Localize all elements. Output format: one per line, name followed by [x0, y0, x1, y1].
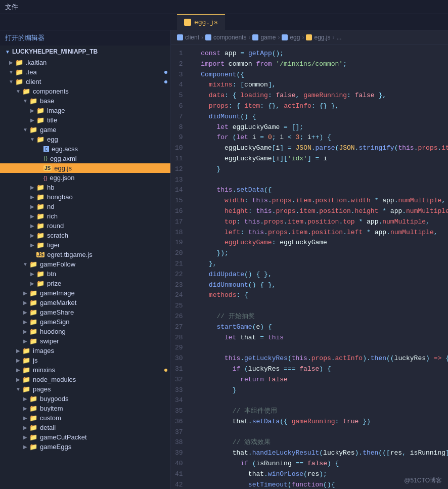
tree-item-rich[interactable]: ▶📁rich: [0, 211, 170, 221]
line-number-2: 2: [175, 59, 183, 70]
tree-label: detail: [40, 424, 56, 431]
line-number-41: 41: [175, 469, 183, 480]
tree-label: egg.axml: [50, 155, 77, 162]
line-number-39: 39: [175, 448, 183, 459]
folder-icon: 📁: [29, 424, 37, 431]
tree-item-egg-json[interactable]: {}egg.json: [0, 173, 170, 183]
tree-item-js[interactable]: ▶📁js: [0, 355, 170, 365]
tree-item-hb[interactable]: ▶📁hb: [0, 183, 170, 192]
tree-item-base[interactable]: ▼📁base: [0, 96, 170, 106]
tree-item-image[interactable]: ▶📁image: [0, 106, 170, 115]
code-line-27: startGame(e) {: [189, 322, 448, 333]
tree-item-gameSign[interactable]: ▶📁gameSign: [0, 317, 170, 327]
tree-item-gameMarket[interactable]: ▶📁gameMarket: [0, 298, 170, 307]
project-name[interactable]: LUCKYHELPER_MINIAPP_TB: [12, 48, 98, 55]
line-number-37: 37: [175, 427, 183, 438]
tree-label: .tea: [26, 68, 37, 76]
tree-item-minxins[interactable]: ▶📁minxins: [0, 365, 170, 375]
code-line-21: },: [189, 259, 448, 270]
line-number-35: 35: [175, 406, 183, 417]
menu-bar: 文件: [0, 0, 448, 14]
line-number-18: 18: [175, 228, 183, 238]
tree-item-tiger[interactable]: ▶📁tiger: [0, 240, 170, 250]
folder-icon: 📁: [29, 443, 37, 451]
code-line-36: that.setData({ gameRunning: true }): [189, 417, 448, 427]
folder-icon: 📁: [22, 87, 30, 95]
tree-item-custom[interactable]: ▶📁custom: [0, 413, 170, 423]
tree-label: egret.tbgame.js: [47, 251, 93, 258]
tree-item-gameCutPacket[interactable]: ▶📁gameCutPacket: [0, 432, 170, 442]
tree-label: gameFollow: [40, 260, 75, 268]
chevron-icon: ▼: [21, 98, 29, 104]
tree-item-egg-acss[interactable]: 🅲egg.acss: [0, 144, 170, 154]
tree-item-swiper[interactable]: ▶📁swiper: [0, 336, 170, 346]
tree-item-client[interactable]: ▼📁client: [0, 77, 170, 86]
folder-icon: 📁: [36, 184, 44, 191]
line-number-4: 4: [175, 80, 183, 91]
tab-js-icon: [184, 19, 191, 26]
tree-item-game[interactable]: ▼📁game: [0, 125, 170, 135]
tree-item-gameFollow[interactable]: ▼📁gameFollow: [0, 259, 170, 269]
folder-icon: 📁: [29, 337, 37, 345]
tree-item--tea[interactable]: ▼📁.tea: [0, 67, 170, 77]
chevron-icon: ▶: [28, 271, 36, 277]
tree-item-pages[interactable]: ▼📁pages: [0, 384, 170, 394]
folder-icon: 📁: [29, 414, 37, 422]
tree-label: gameCutPacket: [40, 433, 87, 441]
line-number-6: 6: [175, 101, 183, 112]
tree-item-round[interactable]: ▶📁round: [0, 221, 170, 231]
tree-item-node-modules[interactable]: ▶📁node_modules: [0, 375, 170, 384]
tree-item-detail[interactable]: ▶📁detail: [0, 423, 170, 432]
tree-item-nd[interactable]: ▶📁nd: [0, 202, 170, 211]
tree-label: rich: [47, 212, 58, 220]
tree-item-prize[interactable]: ▶📁prize: [0, 279, 170, 288]
code-line-9: for (let i = 0; i < 3; i++) {: [189, 132, 448, 143]
tree-item-buyitem[interactable]: ▶📁buyitem: [0, 404, 170, 413]
code-line-23: didUnmount() { },: [189, 280, 448, 291]
chevron-icon: ▼: [7, 79, 15, 84]
chevron-icon: ▶: [21, 319, 29, 325]
tree-item-huodong[interactable]: ▶📁huodong: [0, 327, 170, 336]
tree-item-components[interactable]: ▼📁components: [0, 86, 170, 96]
folder-icon: 📁: [29, 328, 37, 335]
folder-icon: 📁: [36, 212, 44, 220]
folder-icon: 📁: [36, 136, 44, 143]
code-line-34: [189, 395, 448, 406]
code-content[interactable]: const app = getApp(); import common from…: [189, 45, 448, 489]
folder-icon: 📁: [36, 280, 44, 287]
tree-item-gameShare[interactable]: ▶📁gameShare: [0, 307, 170, 317]
tab-egg-js[interactable]: egg.js: [177, 14, 225, 30]
code-line-13: [189, 175, 448, 186]
code-line-20: });: [189, 248, 448, 259]
tree-item-egg-js[interactable]: JSegg.js: [0, 163, 170, 173]
tree-item-egg[interactable]: ▼📁egg: [0, 135, 170, 144]
breadcrumb-bar: client › components › game › egg › egg.j…: [171, 30, 448, 45]
code-line-19: eggLuckyGame: eggLuckyGame: [189, 238, 448, 248]
tree-item-egg-axml[interactable]: ⟨⟩egg.axml: [0, 154, 170, 163]
code-line-25: [189, 301, 448, 312]
line-number-40: 40: [175, 459, 183, 469]
tree-label: gameImage: [40, 289, 75, 297]
tab-label: egg.js: [194, 19, 218, 26]
tree-item-gameEggs[interactable]: ▶📁gameEggs: [0, 442, 170, 452]
tree-item--kaitian[interactable]: ▶📁.kaitian: [0, 58, 170, 67]
chevron-icon: ▶: [14, 367, 22, 373]
tree-item-gameImage[interactable]: ▶📁gameImage: [0, 288, 170, 298]
code-line-17: top: this.props.item.position.top * app.…: [189, 217, 448, 228]
tree-item-title[interactable]: ▶📁title: [0, 115, 170, 125]
chevron-icon: ▶: [7, 60, 15, 65]
menu-file[interactable]: 文件: [5, 3, 18, 12]
code-line-2: import common from '/minxins/common';: [189, 59, 448, 70]
code-container[interactable]: 1234567891011121314151617181920212223242…: [171, 45, 448, 489]
tree-label: swiper: [40, 337, 59, 345]
line-number-33: 33: [175, 385, 183, 396]
line-number-19: 19: [175, 238, 183, 248]
tree-label: tiger: [47, 241, 60, 249]
tree-item-hongbao[interactable]: ▶📁hongbao: [0, 192, 170, 202]
tree-item-buygoods[interactable]: ▶📁buygoods: [0, 394, 170, 404]
tree-item-btn[interactable]: ▶📁btn: [0, 269, 170, 279]
code-line-24: methods: {: [189, 290, 448, 301]
tree-item-scratch[interactable]: ▶📁scratch: [0, 231, 170, 240]
tree-item-images[interactable]: ▶📁images: [0, 346, 170, 355]
tree-item-egret-tbgame-js[interactable]: JSegret.tbgame.js: [0, 250, 170, 259]
